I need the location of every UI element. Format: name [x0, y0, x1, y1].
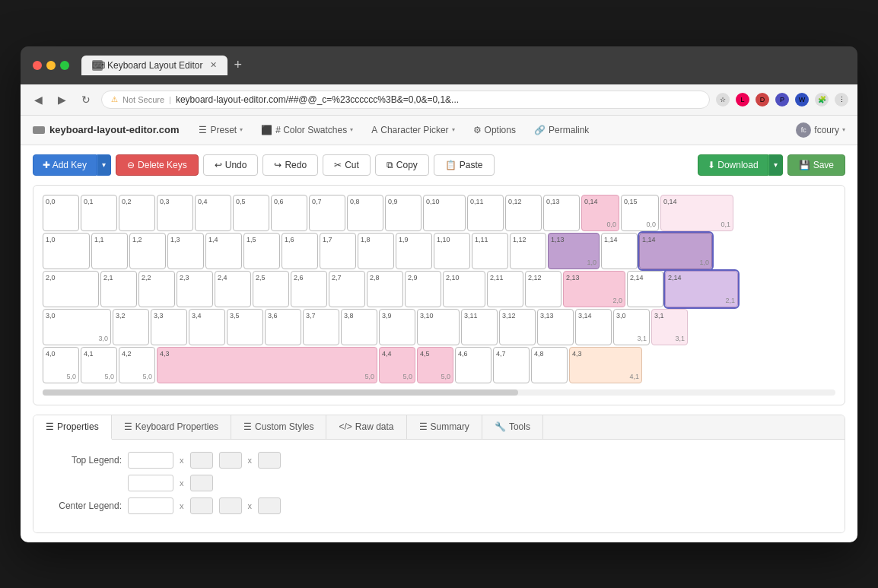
key-4-7[interactable]: 4,7 [493, 347, 530, 383]
key-1-7[interactable]: 1,7 [320, 233, 356, 269]
menu-icon[interactable]: ⋮ [835, 93, 848, 106]
download-button[interactable]: ⬇ Download [698, 154, 768, 176]
key-4-6[interactable]: 4,6 [455, 347, 491, 383]
user-icon-4[interactable]: W [795, 93, 809, 106]
key-1-6[interactable]: 1,6 [282, 233, 318, 269]
key-1-10[interactable]: 1,10 [434, 233, 470, 269]
key-4-3b[interactable]: 4,34,1 [569, 347, 642, 383]
key-1-4[interactable]: 1,4 [205, 233, 242, 269]
key-2-6[interactable]: 2,6 [291, 271, 327, 307]
key-0-8[interactable]: 0,8 [347, 195, 383, 231]
key-0-15[interactable]: 0,150,0 [621, 195, 659, 231]
back-button[interactable]: ◀ [30, 92, 47, 107]
center-legend-color-1[interactable] [190, 497, 213, 514]
tab-summary[interactable]: ☰ Summary [407, 415, 482, 439]
top-legend-input-1[interactable] [128, 452, 173, 469]
key-1-13[interactable]: 1,131,0 [548, 233, 600, 269]
maximize-button[interactable] [60, 61, 69, 70]
close-button[interactable] [33, 61, 42, 70]
key-3-6[interactable]: 3,6 [265, 309, 301, 345]
key-2-4[interactable]: 2,4 [215, 271, 251, 307]
extensions-icon[interactable]: 🧩 [815, 93, 829, 106]
key-0-6[interactable]: 0,6 [271, 195, 307, 231]
tab-keyboard-properties[interactable]: ☰ Keyboard Properties [112, 415, 231, 439]
nav-preset[interactable]: ☰ Preset ▾ [191, 122, 250, 138]
key-3-9[interactable]: 3,9 [379, 309, 415, 345]
key-0-1[interactable]: 0,1 [81, 195, 117, 231]
forward-button[interactable]: ▶ [53, 92, 71, 107]
nav-permalink[interactable]: 🔗 Permalink [526, 122, 596, 138]
key-1-0[interactable]: 1,0 [43, 233, 90, 269]
key-3-1[interactable]: 3,13,1 [651, 309, 688, 345]
user-icon-3[interactable]: P [775, 93, 789, 106]
browser-tab[interactable]: ⌨ Keyboard Layout Editor ✕ [81, 56, 227, 75]
key-2-8[interactable]: 2,8 [367, 271, 403, 307]
tab-tools[interactable]: 🔧 Tools [482, 415, 543, 439]
key-0-12[interactable]: 0,12 [505, 195, 542, 231]
bookmark-icon[interactable]: ☆ [716, 93, 730, 106]
key-2-10[interactable]: 2,10 [443, 271, 485, 307]
key-1-11[interactable]: 1,11 [472, 233, 508, 269]
user-menu[interactable]: fc fcoury ▾ [796, 122, 845, 138]
tab-custom-styles[interactable]: ☰ Custom Styles [231, 415, 326, 439]
key-2-11[interactable]: 2,11 [487, 271, 523, 307]
key-0-4[interactable]: 0,4 [195, 195, 231, 231]
key-3-3[interactable]: 3,3 [151, 309, 187, 345]
key-0-7[interactable]: 0,7 [309, 195, 345, 231]
key-1-2[interactable]: 1,2 [129, 233, 166, 269]
key-1-5[interactable]: 1,5 [243, 233, 280, 269]
key-3-13[interactable]: 3,13 [537, 309, 574, 345]
key-0-5[interactable]: 0,5 [233, 195, 269, 231]
scrollbar-thumb[interactable] [43, 389, 518, 396]
key-3-2[interactable]: 3,2 [113, 309, 149, 345]
key-1-14b[interactable]: 1,141,0 [639, 233, 712, 269]
key-4-3[interactable]: 4,35,0 [157, 347, 377, 383]
key-2-1[interactable]: 2,1 [100, 271, 137, 307]
key-3-7[interactable]: 3,7 [303, 309, 339, 345]
tab-close-icon[interactable]: ✕ [210, 60, 217, 70]
key-1-12[interactable]: 1,12 [510, 233, 546, 269]
center-legend-input-1[interactable] [128, 497, 173, 514]
address-bar[interactable]: ⚠ Not Secure | keyboard-layout-editor.co… [101, 91, 710, 109]
key-1-14[interactable]: 1,14 [601, 233, 638, 269]
key-0-14r[interactable]: 0,140,1 [660, 195, 733, 231]
key-3-0[interactable]: 3,03,0 [43, 309, 111, 345]
delete-keys-button[interactable]: ⊖ Delete Keys [116, 154, 199, 176]
top-legend-color-3[interactable] [258, 452, 281, 469]
key-4-4[interactable]: 4,45,0 [379, 347, 415, 383]
key-3-11[interactable]: 3,11 [461, 309, 498, 345]
minimize-button[interactable] [46, 61, 56, 70]
key-2-14[interactable]: 2,14 [627, 271, 663, 307]
paste-button[interactable]: 📋 Paste [434, 154, 495, 176]
key-1-3[interactable]: 1,3 [167, 233, 204, 269]
key-2-13[interactable]: 2,132,0 [563, 271, 625, 307]
download-dropdown[interactable]: ▾ [768, 154, 783, 176]
top-legend-color-4[interactable] [190, 475, 213, 491]
center-legend-color-3[interactable] [258, 497, 281, 514]
nav-color-swatches[interactable]: ⬛ # Color Swatches ▾ [253, 122, 361, 138]
user-icon-2[interactable]: D [756, 93, 769, 106]
key-4-2[interactable]: 4,25,0 [119, 347, 155, 383]
horizontal-scrollbar[interactable] [43, 389, 835, 396]
redo-button[interactable]: ↪ Redo [262, 154, 318, 176]
key-0-13[interactable]: 0,13 [543, 195, 580, 231]
key-2-14b[interactable]: 2,142,1 [665, 271, 738, 307]
key-2-7[interactable]: 2,7 [329, 271, 365, 307]
save-button[interactable]: 💾 Save [787, 154, 845, 176]
key-0-14[interactable]: 0,140,0 [581, 195, 619, 231]
key-2-3[interactable]: 2,3 [177, 271, 213, 307]
key-2-5[interactable]: 2,5 [253, 271, 289, 307]
copy-button[interactable]: ⧉ Copy [375, 154, 429, 176]
tab-properties[interactable]: ☰ Properties [33, 415, 112, 440]
key-1-1[interactable]: 1,1 [91, 233, 128, 269]
top-legend-input-2[interactable] [128, 475, 173, 491]
key-0-3[interactable]: 0,3 [157, 195, 193, 231]
key-3-5[interactable]: 3,5 [227, 309, 263, 345]
key-0-0[interactable]: 0,0 [43, 195, 79, 231]
key-1-9[interactable]: 1,9 [396, 233, 432, 269]
new-tab-button[interactable]: + [234, 57, 242, 73]
cut-button[interactable]: ✂ Cut [323, 154, 371, 176]
key-0-10[interactable]: 0,10 [423, 195, 466, 231]
key-1-8[interactable]: 1,8 [358, 233, 394, 269]
key-3-12[interactable]: 3,12 [499, 309, 536, 345]
